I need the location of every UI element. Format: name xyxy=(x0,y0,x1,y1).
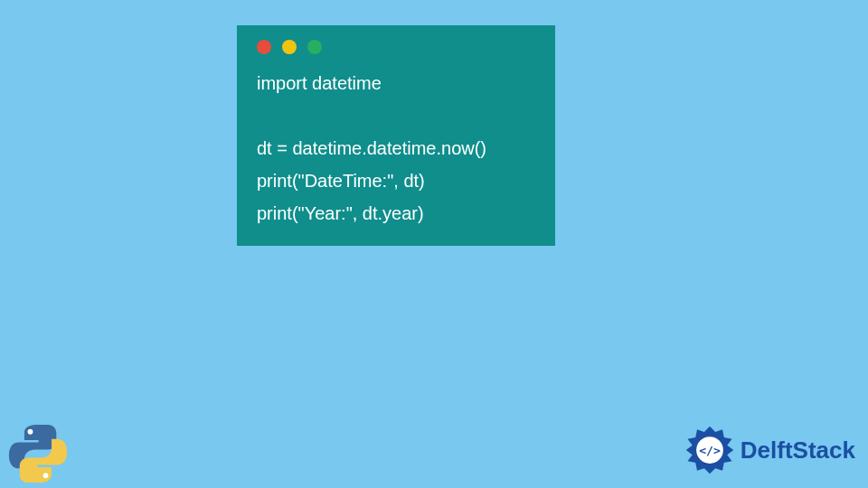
brand-block: </> DelftStack xyxy=(684,425,855,475)
code-window: import datetime dt = datetime.datetime.n… xyxy=(237,25,555,246)
code-line: dt = datetime.datetime.now() xyxy=(257,138,486,158)
maximize-icon xyxy=(307,40,322,54)
svg-text:</>: </> xyxy=(699,444,721,457)
svg-point-0 xyxy=(28,429,33,435)
delftstack-badge-icon: </> xyxy=(684,425,735,475)
python-logo-icon xyxy=(5,421,71,486)
code-line: import datetime xyxy=(257,73,382,93)
svg-point-1 xyxy=(43,473,49,478)
minimize-icon xyxy=(282,40,297,54)
close-icon xyxy=(257,40,271,54)
code-block: import datetime dt = datetime.datetime.n… xyxy=(237,67,555,233)
code-line: print("DateTime:", dt) xyxy=(257,171,425,191)
window-controls xyxy=(237,25,555,67)
brand-name: DelftStack xyxy=(741,436,855,465)
code-line: print("Year:", dt.year) xyxy=(257,203,424,223)
